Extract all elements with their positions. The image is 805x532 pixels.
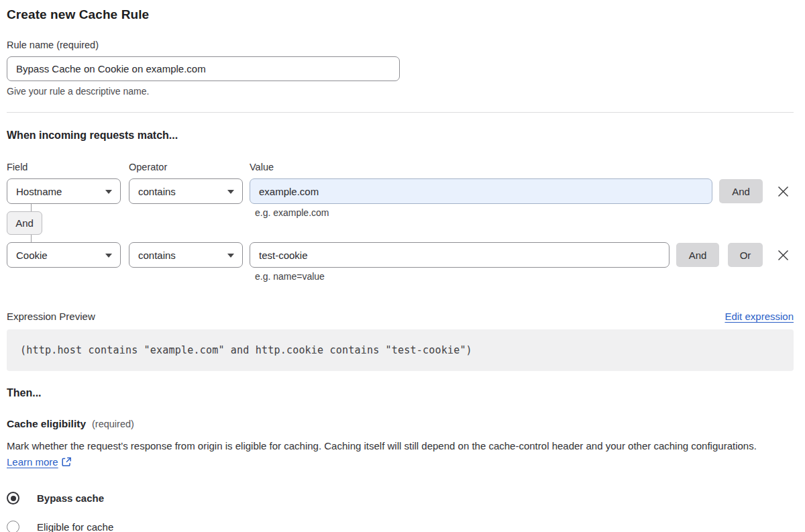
cache-eligibility-description: Mark whether the request’s response from… bbox=[7, 438, 782, 472]
add-and-condition-button[interactable]: And bbox=[719, 179, 763, 203]
value-hint: e.g. example.com bbox=[255, 207, 329, 218]
condition-row: Hostname contains example.com And bbox=[7, 178, 794, 204]
expression-code-block: (http.host contains "example.com" and ht… bbox=[7, 329, 794, 371]
expression-code-text: (http.host contains "example.com" and ht… bbox=[20, 344, 472, 356]
condition-column-labels: Field Operator Value bbox=[7, 162, 794, 172]
remove-condition-button[interactable] bbox=[775, 184, 790, 199]
then-section-heading: Then... bbox=[7, 387, 794, 399]
close-icon bbox=[777, 186, 789, 197]
cache-eligibility-heading: Cache eligibility bbox=[7, 418, 86, 430]
and-connector-button[interactable]: And bbox=[7, 211, 42, 235]
external-link-icon bbox=[62, 456, 72, 472]
connector-line bbox=[31, 235, 32, 242]
page-title: Create new Cache Rule bbox=[7, 0, 794, 22]
rule-name-input[interactable]: Bypass Cache on Cookie on example.com bbox=[7, 56, 400, 81]
cache-eligibility-heading-row: Cache eligibility (required) bbox=[7, 418, 794, 430]
remove-condition-button[interactable] bbox=[775, 248, 790, 262]
learn-more-link[interactable]: Learn more bbox=[7, 456, 58, 468]
field-select[interactable]: Hostname bbox=[7, 178, 121, 204]
condition-connector-zone: And e.g. example.com bbox=[7, 204, 794, 242]
chevron-down-icon bbox=[227, 254, 234, 258]
close-icon bbox=[777, 250, 789, 261]
field-select-value: Hostname bbox=[16, 186, 62, 197]
edit-expression-link[interactable]: Edit expression bbox=[724, 311, 794, 322]
value-input-text: test-cookie bbox=[259, 250, 308, 261]
radio-1[interactable] bbox=[7, 521, 19, 532]
radio-option-bypass-cache[interactable]: Bypass cache bbox=[7, 492, 794, 504]
rule-name-input-value: Bypass Cache on Cookie on example.com bbox=[16, 63, 206, 74]
expression-preview-header: Expression Preview Edit expression bbox=[7, 311, 794, 322]
field-column-label: Field bbox=[7, 162, 129, 172]
operator-column-label: Operator bbox=[129, 162, 250, 172]
section-divider bbox=[7, 112, 794, 113]
value-column-label: Value bbox=[250, 162, 274, 172]
connector-line bbox=[31, 204, 32, 211]
chevron-down-icon bbox=[227, 190, 234, 194]
add-or-condition-button[interactable]: Or bbox=[728, 243, 763, 267]
operator-select[interactable]: contains bbox=[129, 242, 243, 268]
condition-row: Cookie contains test-cookie And Or bbox=[7, 242, 794, 268]
operator-select-value: contains bbox=[138, 186, 176, 197]
value-input-text: example.com bbox=[259, 186, 319, 197]
value-input[interactable]: example.com bbox=[250, 178, 712, 204]
operator-select-value: contains bbox=[138, 250, 176, 261]
field-select[interactable]: Cookie bbox=[7, 242, 121, 268]
add-and-condition-button[interactable]: And bbox=[676, 243, 719, 267]
radio-label-1: Eligible for cache bbox=[37, 521, 113, 532]
cache-rule-form: Create new Cache Rule Rule name (require… bbox=[0, 0, 805, 532]
rule-name-label: Rule name (required) bbox=[7, 40, 794, 50]
field-select-value: Cookie bbox=[16, 250, 48, 261]
radio-option-eligible-for-cache[interactable]: Eligible for cache bbox=[7, 521, 794, 532]
cache-eligibility-description-text: Mark whether the request’s response from… bbox=[7, 440, 757, 451]
expression-preview-label: Expression Preview bbox=[7, 311, 95, 322]
value-hint: e.g. name=value bbox=[255, 271, 794, 282]
chevron-down-icon bbox=[105, 190, 112, 194]
operator-select[interactable]: contains bbox=[129, 178, 243, 204]
value-input[interactable]: test-cookie bbox=[250, 242, 669, 268]
radio-label-0: Bypass cache bbox=[37, 492, 104, 504]
radio-0[interactable] bbox=[7, 492, 19, 504]
rule-name-helper: Give your rule a descriptive name. bbox=[7, 86, 794, 97]
chevron-down-icon bbox=[105, 254, 112, 258]
required-tag: (required) bbox=[92, 419, 134, 429]
match-section-heading: When incoming requests match... bbox=[7, 129, 794, 142]
